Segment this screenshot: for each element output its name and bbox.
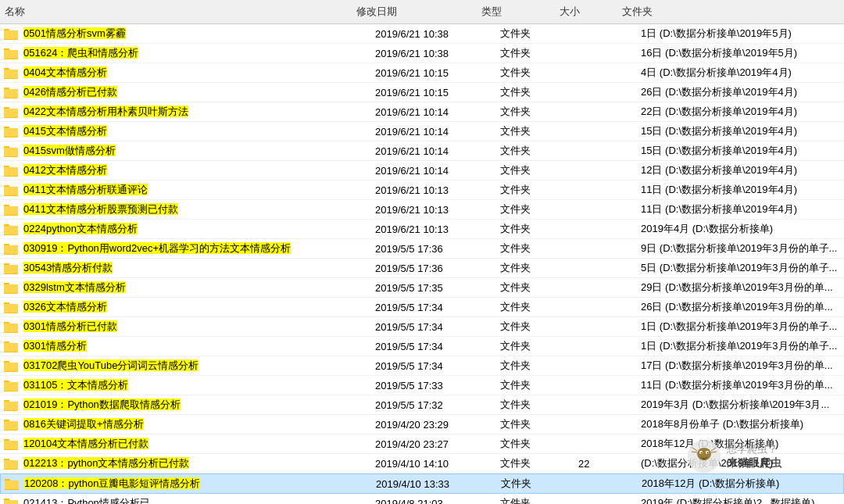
row-folder: 26日 (D:\数据分析接单\2019年4月): [636, 84, 844, 100]
row-folder: 5日 (D:\数据分析接单\2019年3月份的单子...: [636, 260, 844, 276]
header-folder[interactable]: 文件夹: [617, 3, 844, 20]
row-date: 2019/6/21 10:14: [370, 105, 495, 119]
row-date: 2019/5/5 17:32: [370, 399, 495, 412]
svg-rect-38: [4, 265, 18, 273]
table-row[interactable]: 0404文本情感分析2019/6/21 10:15文件夹4日 (D:\数据分析接…: [0, 63, 844, 83]
svg-rect-17: [4, 128, 18, 137]
folder-icon: [3, 495, 19, 504]
table-row[interactable]: 0411文本情感分析联通评论2019/6/21 10:13文件夹11日 (D:\…: [0, 181, 844, 200]
row-name: 0426情感分析已付款: [19, 84, 370, 100]
row-name: 0501情感分析svm雾霾: [19, 26, 370, 41]
row-size: [574, 91, 636, 93]
row-size: [574, 52, 636, 54]
row-name: 031702爬虫YouTube分词词云情感分析: [19, 358, 370, 374]
folder-icon: [3, 241, 19, 256]
row-type: 文件夹: [495, 45, 574, 61]
row-folder: 11日 (D:\数据分析接单\2019年4月): [636, 182, 844, 198]
header-date[interactable]: 修改日期: [352, 3, 477, 20]
row-type: 文件夹: [495, 338, 574, 354]
table-row[interactable]: 0326文本情感分析2019/5/5 17:34文件夹26日 (D:\数据分析接…: [0, 298, 844, 317]
table-row[interactable]: 021413：Python情感分析已2019/4/8 21:03文件夹2019年…: [0, 494, 844, 504]
table-row[interactable]: 0224python文本情感分析2019/6/21 10:13文件夹2019年4…: [0, 220, 844, 239]
row-folder: 2019年4月 (D:\数据分析接单): [636, 221, 844, 237]
row-size: [574, 130, 636, 132]
svg-rect-11: [4, 89, 18, 98]
row-date: 2019/6/21 10:38: [370, 47, 495, 60]
row-name: 0816关键词提取+情感分析: [19, 416, 370, 432]
table-row[interactable]: 031105：文本情感分析2019/5/5 17:33文件夹11日 (D:\数据…: [0, 376, 844, 395]
folder-icon: [3, 202, 19, 217]
svg-rect-20: [4, 148, 18, 156]
svg-rect-47: [4, 323, 18, 332]
folder-icon: [3, 377, 19, 393]
table-row[interactable]: 0412文本情感分析2019/6/21 10:14文件夹12日 (D:\数据分析…: [0, 161, 844, 181]
row-name: 012213：python文本情感分析已付款: [19, 456, 370, 471]
row-name: 30543情感分析付款: [19, 260, 370, 276]
table-row[interactable]: 30543情感分析付款2019/5/5 17:36文件夹5日 (D:\数据分析接…: [0, 259, 844, 278]
row-date: 2019/5/5 17:34: [370, 359, 495, 373]
row-size: [574, 483, 637, 484]
table-row[interactable]: 0415svm做情感分析2019/6/21 10:14文件夹15日 (D:\数据…: [0, 141, 844, 161]
row-type: 文件夹: [495, 377, 574, 393]
folder-icon: [3, 123, 19, 139]
row-type: 文件夹: [495, 241, 574, 256]
table-row[interactable]: 030919：Python用word2vec+机器学习的方法文本情感分析2019…: [0, 239, 844, 259]
table-row[interactable]: 120208：python豆瓣电影短评情感分析2019/4/10 13:33文件…: [0, 474, 844, 494]
row-folder: 2019年 (D:\数据分析接单\2...数据接单): [636, 495, 844, 504]
row-date: 2019/6/21 10:14: [370, 164, 495, 177]
table-row[interactable]: 0501情感分析svm雾霾2019/6/21 10:38文件夹1日 (D:\数据…: [0, 24, 844, 44]
row-size: 22: [574, 457, 636, 470]
svg-rect-44: [4, 304, 18, 313]
folder-icon: [3, 338, 19, 354]
table-row[interactable]: 0329lstm文本情感分析2019/5/5 17:35文件夹29日 (D:\数…: [0, 278, 844, 298]
svg-rect-29: [4, 206, 18, 215]
header-name[interactable]: 名称: [0, 3, 352, 20]
row-type: 文件夹: [495, 260, 574, 276]
row-type: 文件夹: [495, 358, 574, 374]
row-size: [574, 189, 636, 191]
svg-point-86: [707, 452, 709, 454]
row-name: 0411文本情感分析联通评论: [19, 182, 370, 198]
table-row[interactable]: 051624：爬虫和情感分析2019/6/21 10:38文件夹16日 (D:\…: [0, 44, 844, 63]
row-name: 0415svm做情感分析: [19, 143, 370, 159]
row-size: [574, 384, 636, 386]
table-row[interactable]: 021019：Python数据爬取情感分析2019/5/5 17:32文件夹20…: [0, 395, 844, 415]
row-name: 0412文本情感分析: [19, 163, 370, 178]
watermark-line2: 来猫眼爬虫: [727, 456, 781, 470]
table-row[interactable]: 0422文本情感分析用朴素贝叶斯方法2019/6/21 10:14文件夹22日 …: [0, 102, 844, 122]
row-type: 文件夹: [495, 182, 574, 198]
table-row[interactable]: 031702爬虫YouTube分词词云情感分析2019/5/5 17:34文件夹…: [0, 356, 844, 376]
watermark: 想学爬虫？ 来猫眼爬虫: [688, 440, 781, 473]
svg-rect-32: [4, 226, 18, 234]
table-row[interactable]: 0415文本情感分析2019/6/21 10:14文件夹15日 (D:\数据分析…: [0, 122, 844, 141]
row-name: 021413：Python情感分析已: [19, 495, 370, 504]
header-type[interactable]: 类型: [477, 3, 555, 20]
row-folder: 1日 (D:\数据分析接单\2019年3月份的单子...: [636, 319, 844, 334]
row-name: 030919：Python用word2vec+机器学习的方法文本情感分析: [19, 241, 370, 256]
row-folder: 15日 (D:\数据分析接单\2019年4月): [636, 123, 844, 139]
table-row[interactable]: 0426情感分析已付款2019/6/21 10:15文件夹26日 (D:\数据分…: [0, 83, 844, 102]
row-size: [574, 267, 636, 269]
row-folder: 15日 (D:\数据分析接单\2019年4月): [636, 143, 844, 159]
svg-rect-8: [4, 70, 18, 78]
row-size: [574, 150, 636, 152]
table-row[interactable]: 0301情感分析2019/5/5 17:34文件夹1日 (D:\数据分析接单\2…: [0, 337, 844, 356]
table-row[interactable]: 0301情感分析已付款2019/5/5 17:34文件夹1日 (D:\数据分析接…: [0, 317, 844, 337]
folder-icon: [3, 299, 19, 315]
svg-rect-74: [4, 500, 18, 505]
row-name: 0326文本情感分析: [19, 299, 370, 315]
row-name: 031105：文本情感分析: [19, 377, 370, 393]
row-folder: 17日 (D:\数据分析接单\2019年3月份的单...: [636, 358, 844, 374]
table-row[interactable]: 0411文本情感分析股票预测已付款2019/6/21 10:13文件夹11日 (…: [0, 200, 844, 220]
svg-rect-26: [4, 187, 18, 195]
header-size[interactable]: 大小: [555, 3, 617, 20]
row-name: 0301情感分析已付款: [19, 319, 370, 334]
row-date: 2019/6/21 10:13: [370, 203, 495, 216]
row-date: 2019/5/5 17:36: [370, 242, 495, 256]
row-size: [574, 287, 636, 288]
row-folder: 12日 (D:\数据分析接单\2019年4月): [636, 163, 844, 178]
row-size: [574, 33, 636, 34]
row-name: 0404文本情感分析: [19, 65, 370, 80]
table-row[interactable]: 0816关键词提取+情感分析2019/4/20 23:29文件夹2018年8月份…: [0, 415, 844, 434]
row-name: 0422文本情感分析用朴素贝叶斯方法: [19, 104, 370, 120]
